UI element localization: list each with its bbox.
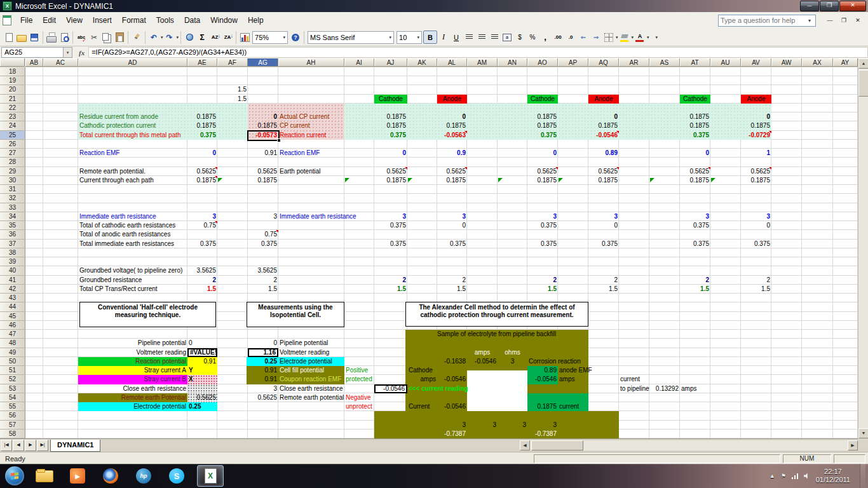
- row-header-33[interactable]: 33: [0, 203, 25, 212]
- cell-AG37[interactable]: 0.375: [248, 240, 278, 248]
- network-icon[interactable]: [792, 473, 798, 479]
- spreadsheet-grid[interactable]: 1819202122232425262728293031323334353637…: [0, 67, 858, 438]
- row-header-55[interactable]: 55: [0, 402, 25, 411]
- row-header-48[interactable]: 48: [0, 339, 25, 348]
- new-button[interactable]: [3, 31, 15, 43]
- cell-AD23[interactable]: Residue current from anode: [78, 112, 187, 121]
- row-header-29[interactable]: 29: [0, 167, 25, 176]
- row-header-23[interactable]: 23: [0, 112, 25, 121]
- row-header-20[interactable]: 20: [0, 85, 25, 94]
- row-header-50[interactable]: 50: [0, 357, 25, 366]
- taskbar-app-hp[interactable]: [131, 466, 156, 486]
- cell-AO41[interactable]: 2: [527, 276, 558, 285]
- menu-tools[interactable]: Tools: [151, 13, 179, 27]
- previous-sheet-icon[interactable]: ◀: [13, 440, 24, 451]
- cell-AN49[interactable]: ohms: [498, 348, 527, 357]
- cell-AV24[interactable]: 0.1875: [741, 121, 771, 130]
- cell-AG50[interactable]: 0.25: [248, 357, 278, 366]
- row-header-52[interactable]: 52: [0, 375, 25, 384]
- cell-AJ37[interactable]: 0.375: [374, 240, 407, 248]
- cell-AO27[interactable]: 0: [527, 149, 558, 158]
- cell-AD27[interactable]: Reaction EMF: [78, 149, 187, 158]
- column-header-AC[interactable]: AC: [43, 58, 78, 67]
- cell-AE24[interactable]: 0.1875: [187, 121, 217, 130]
- cell-AP55[interactable]: current: [558, 402, 588, 411]
- cell-AT41[interactable]: 2: [680, 276, 710, 285]
- cell-AD36[interactable]: Total of anodic earth resistances: [78, 230, 187, 239]
- print-preview-button[interactable]: [58, 31, 71, 43]
- cell-AV37[interactable]: 0.375: [741, 240, 771, 248]
- column-header-AI[interactable]: AI: [344, 58, 374, 67]
- cell-AI51[interactable]: Positive: [344, 366, 374, 375]
- cell-AD41[interactable]: Groundbed resistance: [78, 276, 187, 285]
- cell-AJ34[interactable]: 3: [374, 212, 407, 221]
- cell-AL50[interactable]: -0.1638: [437, 357, 467, 366]
- row-header-35[interactable]: 35: [0, 221, 25, 230]
- cell-AT25[interactable]: 0.375: [680, 131, 710, 140]
- volume-icon[interactable]: [804, 473, 810, 479]
- row-header-25[interactable]: 25: [0, 131, 25, 140]
- cell-AH25[interactable]: Reaction current: [278, 131, 344, 140]
- cell-AH50[interactable]: Electrode potential: [278, 357, 344, 366]
- column-header-AL[interactable]: AL: [437, 58, 467, 67]
- cell-AN30[interactable]: [498, 176, 527, 185]
- cell-AO58[interactable]: -0.7387: [527, 430, 558, 438]
- cell-AG23[interactable]: 0: [248, 112, 278, 121]
- cell-AE35[interactable]: 0.75: [187, 221, 217, 230]
- cell-AV25[interactable]: -0.0729: [741, 131, 771, 140]
- sort-ascending-button[interactable]: [208, 31, 221, 43]
- row-header-45[interactable]: 45: [0, 312, 25, 321]
- row-header-58[interactable]: 58: [0, 430, 25, 438]
- row-header-18[interactable]: 18: [0, 67, 25, 76]
- font-color-dropdown-icon[interactable]: ▾: [647, 35, 649, 40]
- row-header-39[interactable]: 39: [0, 257, 25, 266]
- spelling-button[interactable]: [75, 31, 88, 43]
- column-header-AN[interactable]: AN: [498, 58, 527, 67]
- cell-AO35[interactable]: 0.375: [527, 221, 558, 230]
- last-sheet-icon[interactable]: ▶|: [37, 440, 48, 451]
- column-header-AX[interactable]: AX: [802, 58, 833, 67]
- cell-AK30[interactable]: [407, 176, 437, 185]
- row-header-54[interactable]: 54: [0, 393, 25, 402]
- cell-AI55[interactable]: unprotect: [344, 402, 374, 411]
- row-header-42[interactable]: 42: [0, 285, 25, 294]
- cell-AU30[interactable]: [710, 176, 741, 185]
- cell-AO24[interactable]: 0.1875: [527, 121, 558, 130]
- row-header-51[interactable]: 51: [0, 366, 25, 375]
- cell-AT53[interactable]: amps: [680, 384, 710, 393]
- cell-AD50[interactable]: Reaction potential: [78, 357, 187, 366]
- menu-help[interactable]: Help: [243, 13, 269, 27]
- action-center-flag-icon[interactable]: ⚑: [781, 473, 786, 479]
- cell-AL30[interactable]: 0.1875: [437, 176, 467, 185]
- cell-AV41[interactable]: 2: [741, 276, 771, 285]
- cell-AM57[interactable]: 3: [467, 421, 498, 430]
- taskbar-app-windows-explorer[interactable]: [32, 466, 57, 486]
- column-header-AB[interactable]: AB: [25, 58, 43, 67]
- help-search-input[interactable]: [719, 17, 805, 24]
- insert-hyperlink-button[interactable]: [183, 31, 196, 43]
- cell-AQ41[interactable]: 2: [588, 276, 619, 285]
- start-button[interactable]: [5, 466, 24, 485]
- row-header-49[interactable]: 49: [0, 348, 25, 357]
- row-header-31[interactable]: 31: [0, 185, 25, 194]
- cell-AV21[interactable]: Anode: [741, 95, 771, 104]
- cell-AG24[interactable]: 0.1875: [248, 121, 278, 130]
- column-header-AY[interactable]: AY: [833, 58, 858, 67]
- cell-AH24[interactable]: CP current: [278, 121, 344, 130]
- row-header-19[interactable]: 19: [0, 76, 25, 85]
- cell-AO29[interactable]: 0.5625: [527, 167, 558, 176]
- cell-AG51[interactable]: 0.91: [248, 366, 278, 375]
- cell-AO50[interactable]: Corrosion reaction: [527, 357, 588, 366]
- cell-AL42[interactable]: 1.5: [437, 285, 467, 294]
- cell-AJ35[interactable]: 0.375: [374, 221, 407, 230]
- borders-button[interactable]: [602, 31, 615, 43]
- cell-AG30[interactable]: 0.1875: [248, 176, 278, 185]
- format-painter-button[interactable]: [130, 31, 143, 43]
- column-header-AQ[interactable]: AQ: [588, 58, 619, 67]
- cell-AJ53[interactable]: -0.0546: [374, 384, 407, 393]
- cell-AV35[interactable]: 0: [741, 221, 771, 230]
- cell-AS53[interactable]: 0.13292: [649, 384, 680, 393]
- cell-AF30[interactable]: [217, 176, 248, 185]
- column-header-AT[interactable]: AT: [680, 58, 710, 67]
- vertical-scroll-thumb[interactable]: [858, 70, 868, 97]
